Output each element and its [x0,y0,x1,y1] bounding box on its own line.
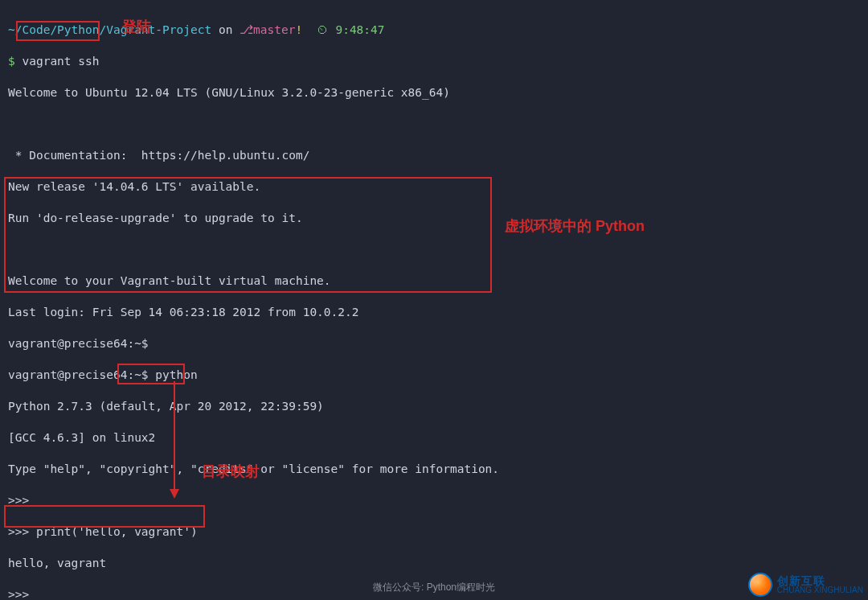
output: New release '14.04.6 LTS' available. [8,179,860,195]
output: Welcome to Ubuntu 12.04 LTS (GNU/Linux 3… [8,85,860,101]
output: Last login: Fri Sep 14 06:23:18 2012 fro… [8,305,860,321]
brand-zh: 创新互联 [777,575,863,586]
ps1-line-1: ~/Code/Python/Vagrant-Project on ⎇master… [8,23,860,39]
path-segment: ~/Code/Python/Vagrant-Project [8,23,211,36]
watermark-brand: 创新互联 CHUANG XINGHULIAN [748,573,863,597]
brand-en: CHUANG XINGHULIAN [777,586,863,594]
branch-name: master [253,23,295,36]
output: [GCC 4.6.3] on linux2 [8,430,860,446]
cmd-line-python[interactable]: vagrant@precise64:~$ python [8,368,860,384]
output: Welcome to your Vagrant-built virtual ma… [8,273,860,290]
brand-logo-icon [748,573,772,597]
clock-icon: ⏲ [317,23,329,36]
output [8,117,860,133]
output: * Documentation: https://help.ubuntu.com… [8,148,860,164]
branch-icon: ⎇ [240,23,253,36]
output: Run 'do-release-upgrade' to upgrade to i… [8,211,860,227]
output: Python 2.7.3 (default, Apr 20 2012, 22:3… [8,399,860,415]
repl-cmd[interactable]: >>> print('hello, vagrant') [8,524,860,540]
shell-prompt[interactable]: vagrant@precise64:~$ [8,336,860,352]
output: hello, vagrant [8,556,860,572]
repl-prompt[interactable]: >>> [8,493,860,509]
output [8,242,860,258]
watermark-wechat: 微信公众号: Python编程时光 [373,580,495,596]
terminal-window[interactable]: ~/Code/Python/Vagrant-Project on ⎇master… [0,0,868,600]
time-text: 9:48:47 [335,23,384,36]
output: Type "help", "copyright", "credits" or "… [8,462,860,478]
cmd-line-vagrant-ssh[interactable]: $ vagrant ssh [8,54,860,70]
